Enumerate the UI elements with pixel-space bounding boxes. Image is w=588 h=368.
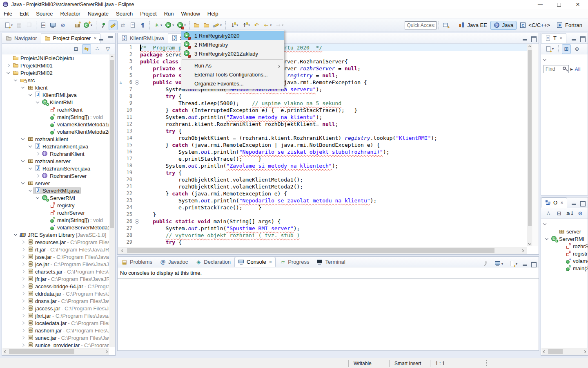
open-console-button[interactable]: ▾ bbox=[508, 259, 519, 269]
menu-project[interactable]: Project bbox=[136, 9, 160, 18]
code-text[interactable]: try { bbox=[140, 239, 527, 246]
tree-item-access-bridge-64-jar[interactable]: access-bridge-64.jar - C:\Program bbox=[2, 283, 109, 290]
code-text[interactable]: rozhObjektKlient.volameKlientMetoda2(); bbox=[140, 183, 527, 190]
expand-all-icon[interactable]: ▶ bbox=[570, 67, 573, 71]
expander-icon[interactable] bbox=[12, 79, 19, 81]
dropdown-arrow-icon[interactable]: ▾ bbox=[501, 262, 503, 266]
menu-refactor[interactable]: Refactor bbox=[57, 9, 84, 18]
scheduled-button[interactable]: ⊙ bbox=[572, 44, 581, 54]
close-icon[interactable]: ✕ bbox=[269, 260, 272, 264]
tree-item-resources-jar[interactable]: resources.jar - C:\Program Files\Ja bbox=[2, 238, 109, 246]
expander-icon[interactable] bbox=[20, 314, 26, 317]
outline-item-server[interactable]: server bbox=[541, 228, 588, 235]
dropdown-arrow-icon[interactable]: ▾ bbox=[248, 23, 250, 27]
dropdown-arrow-icon[interactable]: ▾ bbox=[160, 23, 162, 27]
tree-item-jfxrt-jar[interactable]: jfxrt.jar - C:\Program Files\JavaJRE bbox=[2, 312, 109, 319]
expander-icon[interactable] bbox=[12, 233, 19, 236]
code-text[interactable]: rozhrani.klient.RozhraniKlient rozhObjek… bbox=[140, 121, 527, 128]
tree-item-rozhrani-server[interactable]: rozhrani.server bbox=[2, 157, 109, 165]
expander-icon[interactable] bbox=[27, 94, 33, 96]
editor-vscrollbar[interactable] bbox=[527, 44, 532, 246]
back-button[interactable]: ←▾ bbox=[262, 20, 273, 30]
tree-item-rozhrklient[interactable]: rozhrKlient bbox=[2, 106, 109, 113]
expander-icon[interactable] bbox=[20, 138, 26, 140]
link-editor-button[interactable]: ⇆ bbox=[82, 44, 91, 54]
menu-item-run-as[interactable]: Run As bbox=[181, 61, 284, 70]
menu-navigate[interactable]: Navigate bbox=[84, 9, 112, 18]
dropdown-arrow-icon[interactable]: ▾ bbox=[270, 23, 272, 27]
tree-item-klient[interactable]: klient bbox=[2, 84, 109, 91]
editor-tab-klientrmi-java[interactable]: KlientRMI.java bbox=[118, 33, 168, 43]
show-whitespace-button[interactable]: ¶ bbox=[138, 20, 147, 30]
tree-item-sunec-jar[interactable]: sunec.jar - C:\Program Files\JavaJ bbox=[2, 334, 109, 341]
tree-item-jfr-jar[interactable]: jfr.jar - C:\Program Files\JavaJRE\l bbox=[2, 275, 109, 283]
maximize-panel-button[interactable] bbox=[579, 200, 586, 206]
new-task-button[interactable]: ▾ bbox=[544, 44, 555, 54]
outline-menu-arrow[interactable] bbox=[541, 219, 588, 228]
menu-item-2-rmiregistry[interactable]: 2 RMIRegistry bbox=[181, 40, 284, 49]
menu-run[interactable]: Run bbox=[160, 9, 178, 18]
tree-item-serverrmi-java[interactable]: ServerRMI.java bbox=[2, 187, 109, 194]
open-perspective-button[interactable] bbox=[441, 20, 450, 30]
tab-terminal[interactable]: Terminal bbox=[313, 257, 349, 267]
all-link[interactable]: All bbox=[575, 66, 580, 72]
expander-icon[interactable] bbox=[20, 329, 26, 332]
expander-icon[interactable] bbox=[20, 307, 26, 310]
save-all-button[interactable]: ❐ bbox=[24, 20, 33, 30]
expander-icon[interactable] bbox=[27, 189, 33, 192]
code-text[interactable]: } catch (InterruptedException e) { e.pri… bbox=[140, 107, 527, 114]
fold-collapse-icon[interactable]: − bbox=[135, 80, 139, 85]
tasklist-menu-arrow[interactable] bbox=[541, 54, 588, 63]
tree-item-jce-jar[interactable]: jce.jar - C:\Program Files\JavaJRE\ bbox=[2, 260, 109, 268]
close-icon[interactable]: ✕ bbox=[559, 36, 563, 40]
tree-item-registry[interactable]: registry bbox=[2, 202, 109, 209]
tree-item-main-string[interactable]: main(String[]) : void bbox=[2, 113, 109, 121]
debug-button[interactable]: ✳▾ bbox=[152, 20, 163, 30]
dropdown-arrow-icon[interactable]: ▾ bbox=[172, 23, 174, 27]
tab-task-list[interactable]: T ✕ bbox=[541, 33, 566, 43]
tree-item-localedata-jar[interactable]: localedata.jar - C:\Program Files\J bbox=[2, 319, 109, 327]
maximize-panel-button[interactable] bbox=[530, 260, 537, 267]
expander-icon[interactable] bbox=[20, 322, 26, 324]
expander-icon[interactable] bbox=[20, 248, 26, 251]
tree-item-src[interactable]: src bbox=[2, 76, 109, 84]
menu-item-1-rmiregistry2020[interactable]: 1 RmiRegistry2020 bbox=[181, 31, 284, 40]
code-text[interactable]: try { bbox=[140, 169, 527, 176]
code-text[interactable]: System.out.println("Nepodarilo se ziskat… bbox=[140, 148, 527, 155]
next-annotation-button[interactable]: ↓▾ bbox=[228, 20, 239, 30]
expander-icon[interactable] bbox=[20, 241, 26, 243]
code-text[interactable]: } catch (java.rmi.RemoteException | java… bbox=[140, 141, 527, 148]
menu-edit[interactable]: Edit bbox=[16, 9, 32, 18]
tree-item-cldrdata-jar[interactable]: cldrdata.jar - C:\Program Files\Jav bbox=[2, 290, 109, 297]
outline-item-rozhrserver[interactable]: rozhrServer bbox=[541, 242, 588, 250]
menu-file[interactable]: File bbox=[0, 9, 16, 18]
tab-progress[interactable]: ▱Progress bbox=[276, 257, 313, 267]
menu-search[interactable]: Search bbox=[112, 9, 136, 18]
new-wizard-button[interactable]: ▾ bbox=[3, 20, 14, 30]
perspective-c-c[interactable]: <C/C++> bbox=[517, 21, 553, 30]
code-text[interactable]: } catch (java.rmi.RemoteException e) { bbox=[140, 190, 527, 197]
tab-problems[interactable]: ▤Problems bbox=[118, 257, 156, 267]
expander-icon[interactable] bbox=[20, 86, 26, 89]
expander-icon[interactable] bbox=[34, 101, 41, 103]
explorer-hscrollbar[interactable] bbox=[2, 348, 109, 355]
previous-annotation-button[interactable]: ↑▾ bbox=[240, 20, 251, 30]
mark-occurrences-button[interactable] bbox=[109, 20, 118, 30]
tree-item-jre-system-library[interactable]: JRE System Library [JavaSE-1.8] bbox=[2, 231, 109, 238]
categorized-button[interactable]: ⊞ bbox=[562, 44, 571, 54]
minimize-button[interactable]: — bbox=[531, 0, 550, 9]
new-class-button[interactable]: ▾ bbox=[82, 20, 94, 30]
collapse-all-button[interactable]: ⊟ bbox=[71, 44, 80, 54]
hide-fields-button[interactable]: ⊘ bbox=[576, 209, 585, 218]
perspective-java[interactable]: Java bbox=[490, 21, 517, 30]
tab-javadoc[interactable]: @Javadoc bbox=[156, 257, 192, 267]
expander-icon[interactable] bbox=[543, 238, 550, 240]
menu-help[interactable]: Help bbox=[204, 9, 222, 18]
dropdown-arrow-icon[interactable]: ▾ bbox=[282, 23, 283, 27]
minimize-panel-button[interactable] bbox=[521, 35, 528, 42]
code-text[interactable]: // vytvorime objekt rozhrani ( tvz. stub… bbox=[140, 232, 527, 239]
tab-outline[interactable]: O ✕ bbox=[541, 197, 567, 208]
expander-icon[interactable] bbox=[20, 278, 26, 280]
expander-icon[interactable] bbox=[20, 300, 26, 302]
tree-item-rozhraniserver-java[interactable]: RozhraniServer.java bbox=[2, 165, 109, 172]
